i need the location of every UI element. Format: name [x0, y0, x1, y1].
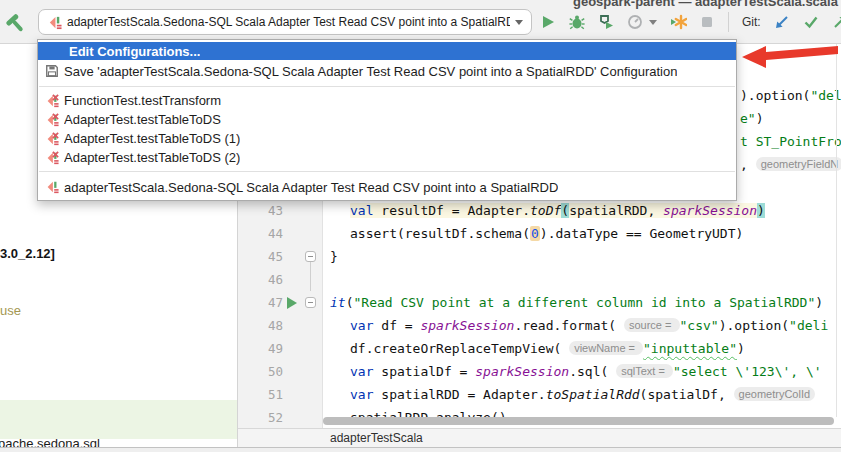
editor-right-edge: [836, 44, 837, 417]
code-token: var: [350, 318, 381, 333]
code-token: ).dataType == GeometryUDT): [540, 226, 744, 241]
menu-item[interactable]: FunctionTest.testTransform: [38, 91, 736, 110]
editor-breadcrumb-item[interactable]: adapterTestScala: [330, 431, 423, 445]
code-token: spatialDf =: [381, 364, 475, 379]
code-line-fragment[interactable]: , geometryFieldN: [740, 153, 841, 176]
code-token: sparkSession: [663, 203, 757, 218]
scalatest-icon: [47, 15, 62, 30]
code-token: geometryColId: [734, 387, 816, 401]
code-token: ): [815, 295, 823, 310]
chevron-down-icon: [515, 20, 523, 25]
line-number[interactable]: 48: [238, 314, 283, 337]
line-number[interactable]: 43: [238, 199, 283, 222]
code-fold-icon[interactable]: [305, 251, 316, 262]
debug-button[interactable]: [569, 14, 585, 30]
window-title: geospark-parent — adapterTestScala.scala…: [573, 0, 841, 9]
scalatest-failed-icon: [45, 132, 59, 146]
menu-item[interactable]: Save 'adapterTestScala.Sedona-SQL Scala …: [38, 60, 736, 82]
code-token: ): [737, 341, 745, 356]
code-line[interactable]: [323, 268, 841, 291]
menu-item-label: AdapterTest.testTableToDS: [64, 112, 221, 127]
line-number[interactable]: 52: [238, 406, 283, 429]
editor-breadcrumb-bar: adapterTestScala: [238, 428, 841, 448]
code-token: df =: [381, 318, 420, 333]
project-panel-selection-highlight: [0, 400, 237, 439]
code-token: viewName =: [569, 341, 643, 355]
code-line[interactable]: var spatialDf = sparkSession.sql( sqlTex…: [323, 360, 841, 383]
scalatest-failed-icon: [45, 113, 59, 127]
code-token: .read.format(: [514, 318, 624, 333]
git-update-button[interactable]: [774, 14, 790, 30]
git-label: Git:: [742, 15, 761, 29]
code-token: ): [756, 111, 764, 126]
code-line[interactable]: val resultDf = Adapter.toDf(spatialRDD, …: [323, 199, 841, 222]
code-line[interactable]: df.createOrReplaceTempView( viewName = "…: [323, 337, 841, 360]
profiler-dropdown-arrow[interactable]: [649, 20, 657, 25]
run-configurations-menu: Edit Configurations...Save 'adapterTestS…: [37, 39, 737, 201]
project-tree-module-item[interactable]: 3.0_2.12]: [0, 246, 55, 261]
line-number[interactable]: 46: [238, 268, 283, 291]
status-bar-edge: [0, 447, 841, 452]
code-line-fragment[interactable]: t ST_PointFro: [740, 130, 841, 153]
horizontal-scrollbar[interactable]: [323, 417, 834, 425]
menu-item-label: Save 'adapterTestScala.Sedona-SQL Scala …: [64, 64, 677, 79]
code-line[interactable]: assert(resultDf.schema(0).dataType == Ge…: [323, 222, 841, 245]
code-token: }: [330, 249, 338, 264]
line-number[interactable]: 50: [238, 360, 283, 383]
git-push-button[interactable]: [832, 14, 841, 30]
run-test-gutter-icon[interactable]: [287, 297, 297, 309]
code-token: t ST_PointFro: [740, 134, 841, 149]
build-hammer-icon[interactable]: [5, 12, 27, 40]
git-commit-button[interactable]: [803, 14, 819, 30]
line-number[interactable]: 44: [238, 222, 283, 245]
profiler-button[interactable]: [627, 14, 643, 30]
code-token: "csv": [680, 318, 719, 333]
line-number[interactable]: 51: [238, 383, 283, 406]
code-token: .sql(: [569, 364, 616, 379]
menu-item[interactable]: AdapterTest.testTableToDS (1): [38, 129, 736, 148]
menu-item[interactable]: adapterTestScala.Sedona-SQL Scala Adapte…: [38, 176, 736, 198]
code-line-fragment[interactable]: e"): [740, 107, 841, 130]
scalatest-failed-icon: [45, 94, 59, 108]
menu-item[interactable]: AdapterTest.testTableToDS (2): [38, 148, 736, 167]
code-token: "Read CSV point at a different column id…: [353, 295, 815, 310]
project-tree-excluded-item[interactable]: use: [0, 303, 21, 318]
line-number[interactable]: 45: [238, 245, 283, 268]
code-token: df.createOrReplaceTempView(: [350, 341, 569, 356]
save-icon: [45, 64, 59, 78]
fold-connector-line: [310, 262, 311, 291]
code-token: ,: [740, 157, 756, 172]
code-token: "deli: [789, 318, 828, 333]
menu-item-label: FunctionTest.testTransform: [64, 93, 221, 108]
code-line[interactable]: it("Read CSV point at a different column…: [323, 291, 841, 314]
code-token: sparkSession: [475, 364, 569, 379]
code-line[interactable]: }: [323, 245, 841, 268]
menu-item[interactable]: Edit Configurations...: [38, 42, 736, 60]
menu-item-label: adapterTestScala.Sedona-SQL Scala Adapte…: [64, 180, 558, 195]
code-line[interactable]: var df = sparkSession.read.format( sourc…: [323, 314, 841, 337]
profile-intellij-button[interactable]: [670, 14, 686, 30]
code-token: geometryFieldN: [756, 157, 841, 171]
code-token: toDf: [530, 203, 561, 218]
menu-separator: [39, 171, 735, 172]
code-token: "select \'123\', \': [673, 364, 822, 379]
run-with-coverage-button[interactable]: [598, 14, 614, 30]
code-line-fragment[interactable]: ).option("deli: [740, 84, 841, 107]
code-line[interactable]: var spatialRDD = Adapter.toSpatialRdd(sp…: [323, 383, 841, 406]
code-token: val: [350, 203, 381, 218]
line-number[interactable]: 47: [238, 291, 283, 314]
code-token: (spatialDf,: [640, 387, 734, 402]
menu-item[interactable]: AdapterTest.testTableToDS: [38, 110, 736, 129]
code-token: (: [561, 203, 569, 218]
run-configuration-label: adapterTestScala.Sedona-SQL Scala Adapte…: [67, 15, 510, 29]
scalatest-failed-icon: [45, 151, 59, 165]
menu-item-label: Edit Configurations...: [69, 44, 200, 59]
line-number[interactable]: 49: [238, 337, 283, 360]
run-button[interactable]: [540, 14, 556, 30]
stop-button: [699, 14, 715, 30]
run-configuration-selector[interactable]: adapterTestScala.Sedona-SQL Scala Adapte…: [38, 9, 532, 35]
code-token: resultDf = Adapter.: [381, 203, 530, 218]
code-token: ).option(: [740, 88, 810, 103]
code-fold-icon[interactable]: [305, 297, 316, 308]
code-token: 0: [530, 226, 540, 241]
